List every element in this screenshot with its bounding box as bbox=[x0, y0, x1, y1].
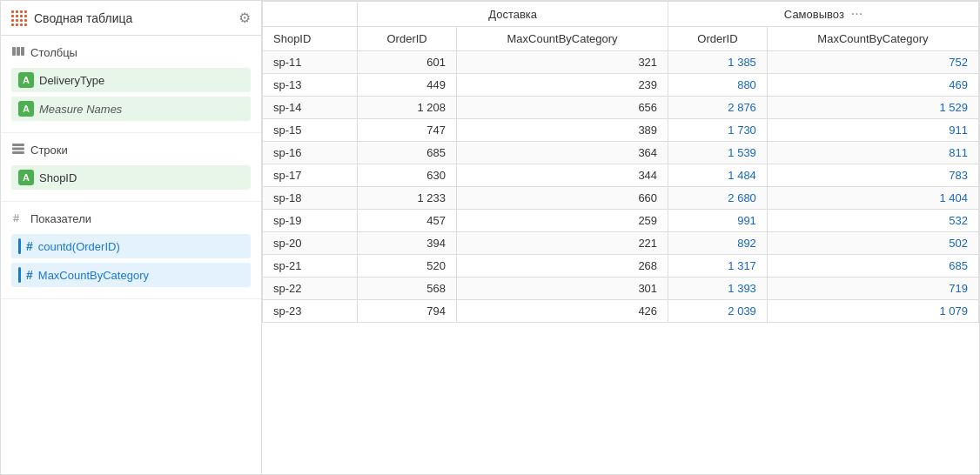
gear-icon[interactable]: ⚙ bbox=[238, 10, 251, 26]
cell-value: 911 bbox=[767, 119, 978, 142]
cell-value: 457 bbox=[358, 210, 457, 232]
svg-rect-5 bbox=[12, 151, 24, 154]
panel-title: Сводная таблица bbox=[34, 11, 232, 25]
shopid-row-label: ShopID bbox=[39, 171, 77, 184]
cell-value: 2 680 bbox=[668, 187, 768, 210]
cell-shop-id: sp-21 bbox=[263, 255, 358, 278]
dots-menu-button[interactable]: ··· bbox=[851, 7, 863, 21]
columns-section-title: Столбцы bbox=[30, 46, 77, 59]
cell-value: 1 730 bbox=[668, 119, 768, 142]
cell-value: 991 bbox=[668, 210, 768, 232]
cell-value: 794 bbox=[358, 300, 457, 323]
svg-rect-0 bbox=[12, 47, 16, 56]
max-count-label: MaxCountByCategory bbox=[38, 269, 149, 282]
cell-value: 1 529 bbox=[767, 97, 978, 119]
cell-value: 221 bbox=[457, 232, 668, 255]
left-panel: Сводная таблица ⚙ Столбцы A DeliveryType… bbox=[1, 1, 262, 474]
th-shopid-top bbox=[263, 2, 358, 27]
svg-rect-3 bbox=[12, 144, 24, 146]
cell-value: 1 317 bbox=[668, 255, 768, 278]
countd-orderid-measure[interactable]: # countd(OrderID) bbox=[11, 234, 251, 258]
cell-value: 239 bbox=[457, 74, 668, 97]
svg-rect-2 bbox=[21, 47, 24, 56]
th-d-orderid: OrderID bbox=[358, 27, 457, 51]
table-row: sp-215202681 317685 bbox=[263, 255, 979, 278]
header-row-cols: ShopID OrderID MaxCountByCategory OrderI… bbox=[263, 27, 979, 51]
delivery-type-field[interactable]: A DeliveryType bbox=[11, 68, 251, 92]
cell-value: 344 bbox=[457, 164, 668, 187]
table-row: sp-176303441 484783 bbox=[263, 164, 979, 187]
measure-hash-2: # bbox=[26, 268, 33, 282]
rows-section-header: Строки bbox=[11, 142, 251, 158]
th-s-orderid: OrderID bbox=[668, 27, 768, 51]
pivot-table: Доставка Самовывоз ··· ShopID OrderID Ma… bbox=[262, 1, 979, 323]
measures-icon: # bbox=[11, 211, 25, 227]
cell-value: 1 208 bbox=[358, 97, 457, 119]
table-row: sp-225683011 393719 bbox=[263, 278, 979, 300]
th-shopid: ShopID bbox=[263, 27, 358, 51]
measure-hash-1: # bbox=[26, 239, 33, 253]
cell-shop-id: sp-16 bbox=[263, 142, 358, 164]
table-body: sp-116013211 385752sp-13449239880469sp-1… bbox=[263, 51, 979, 323]
shopid-row-field[interactable]: A ShopID bbox=[11, 165, 251, 190]
table-row: sp-181 2336602 6801 404 bbox=[263, 187, 979, 210]
cell-value: 502 bbox=[767, 232, 978, 255]
cell-value: 1 233 bbox=[358, 187, 457, 210]
columns-icon bbox=[11, 44, 25, 61]
max-count-measure[interactable]: # MaxCountByCategory bbox=[11, 263, 251, 287]
th-dostavka: Доставка bbox=[358, 2, 668, 27]
svg-text:#: # bbox=[13, 211, 20, 224]
cell-value: 301 bbox=[457, 278, 668, 300]
cell-value: 449 bbox=[358, 74, 457, 97]
th-s-max: MaxCountByCategory bbox=[767, 27, 978, 51]
cell-value: 1 393 bbox=[668, 278, 768, 300]
rows-section: Строки A ShopID bbox=[1, 133, 261, 202]
cell-shop-id: sp-13 bbox=[263, 74, 358, 97]
th-d-max: MaxCountByCategory bbox=[457, 27, 668, 51]
cell-value: 752 bbox=[767, 51, 978, 74]
cell-value: 394 bbox=[358, 232, 457, 255]
table-row: sp-141 2086562 8761 529 bbox=[263, 97, 979, 119]
cell-value: 747 bbox=[358, 119, 457, 142]
cell-value: 1 385 bbox=[668, 51, 768, 74]
measure-bar-1 bbox=[18, 238, 21, 254]
cell-value: 892 bbox=[668, 232, 768, 255]
cell-value: 364 bbox=[457, 142, 668, 164]
pivot-table-icon bbox=[11, 10, 27, 26]
cell-shop-id: sp-19 bbox=[263, 210, 358, 232]
table-row: sp-116013211 385752 bbox=[263, 51, 979, 74]
delivery-type-label: DeliveryType bbox=[39, 74, 104, 87]
table-row: sp-157473891 730911 bbox=[263, 119, 979, 142]
measure-names-field[interactable]: A Measure Names bbox=[11, 97, 251, 121]
cell-value: 656 bbox=[457, 97, 668, 119]
rows-section-title: Строки bbox=[30, 144, 68, 157]
shopid-row-letter: A bbox=[18, 170, 34, 185]
rows-icon bbox=[11, 142, 25, 158]
svg-rect-1 bbox=[17, 47, 20, 56]
cell-value: 685 bbox=[358, 142, 457, 164]
cell-value: 685 bbox=[767, 255, 978, 278]
svg-rect-4 bbox=[12, 148, 24, 151]
measures-section-header: # Показатели bbox=[11, 211, 251, 227]
table-row: sp-237944262 0391 079 bbox=[263, 300, 979, 323]
cell-shop-id: sp-23 bbox=[263, 300, 358, 323]
cell-value: 532 bbox=[767, 210, 978, 232]
cell-value: 1 484 bbox=[668, 164, 768, 187]
cell-value: 811 bbox=[767, 142, 978, 164]
measure-bar-2 bbox=[18, 267, 21, 283]
measure-names-letter: A bbox=[18, 101, 34, 117]
cell-shop-id: sp-18 bbox=[263, 187, 358, 210]
cell-shop-id: sp-15 bbox=[263, 119, 358, 142]
cell-value: 2 039 bbox=[668, 300, 768, 323]
measure-names-label: Measure Names bbox=[39, 103, 122, 116]
columns-section: Столбцы A DeliveryType A Measure Names bbox=[1, 36, 261, 133]
countd-orderid-label: countd(OrderID) bbox=[38, 240, 120, 253]
table-row: sp-19457259991532 bbox=[263, 210, 979, 232]
table-row: sp-13449239880469 bbox=[263, 74, 979, 97]
cell-shop-id: sp-14 bbox=[263, 97, 358, 119]
cell-value: 630 bbox=[358, 164, 457, 187]
table-row: sp-20394221892502 bbox=[263, 232, 979, 255]
cell-value: 268 bbox=[457, 255, 668, 278]
cell-value: 783 bbox=[767, 164, 978, 187]
cell-value: 520 bbox=[358, 255, 457, 278]
